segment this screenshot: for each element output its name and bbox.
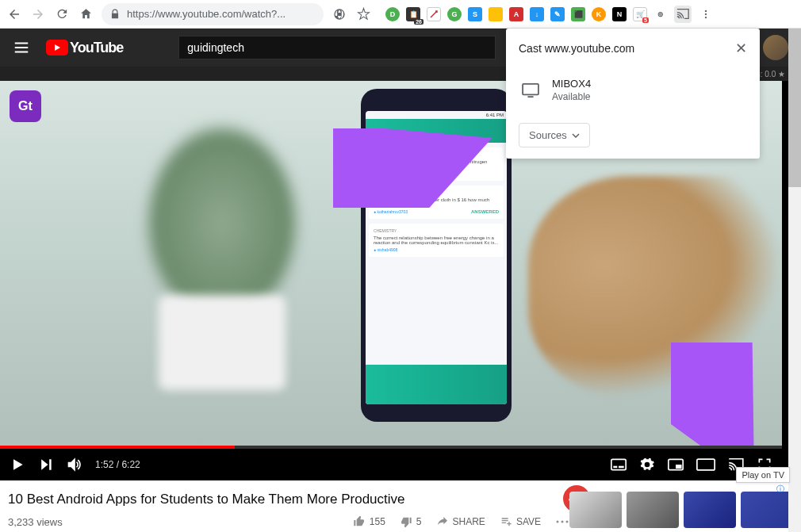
cast-close-icon[interactable]: ✕	[735, 40, 747, 57]
youtube-play-icon	[46, 40, 68, 55]
svg-rect-12	[523, 83, 538, 94]
settings-button[interactable]	[639, 457, 655, 473]
below-video-area: 10 Best Android Apps for Students to Mak…	[0, 480, 801, 532]
user-avatar[interactable]	[763, 35, 788, 60]
channel-badge: Gt	[10, 90, 41, 122]
scroll-thumb[interactable]	[788, 29, 801, 187]
star-icon[interactable]	[355, 6, 371, 22]
ext-icon[interactable]: ✎	[550, 7, 565, 21]
ext-icon[interactable]: ⊚	[653, 7, 668, 21]
browser-menu-icon[interactable]	[698, 6, 714, 22]
ext-icon[interactable]: ↓	[530, 7, 544, 21]
dislike-button[interactable]: 5	[400, 515, 422, 528]
more-button[interactable]	[555, 519, 569, 524]
ext-icon[interactable]	[427, 7, 441, 21]
play-button[interactable]	[10, 457, 25, 473]
view-count: 3,233 views	[8, 516, 63, 528]
ad-item[interactable]	[741, 492, 793, 528]
scrollbar[interactable]	[788, 29, 801, 532]
ext-icon[interactable]: N	[612, 7, 627, 21]
reload-button[interactable]	[54, 6, 70, 22]
progress-bar[interactable]	[0, 446, 782, 449]
time-display: 1:52 / 6:22	[95, 459, 140, 470]
phone-card: CHEMISTRY The ratio b/w the no.of ... on…	[369, 147, 504, 181]
like-button[interactable]: 155	[353, 515, 385, 528]
svg-rect-4	[613, 466, 617, 469]
phone-card: CHEMISTRY The correct relationship betwe…	[369, 224, 504, 257]
svg-point-2	[705, 16, 707, 17]
background-pot	[159, 295, 286, 390]
share-button[interactable]: SHARE	[436, 515, 485, 528]
ext-icon[interactable]: 📋26	[406, 7, 420, 21]
svg-point-11	[566, 521, 569, 523]
ext-icon[interactable]: G	[447, 7, 462, 21]
search-box	[178, 36, 496, 59]
cast-device-status: Available	[552, 91, 591, 102]
home-button[interactable]	[78, 6, 94, 22]
ext-icon[interactable]: ⬛	[571, 7, 585, 21]
youtube-logo[interactable]: YouTube	[46, 40, 123, 56]
cast-device[interactable]: MIBOX4 Available	[506, 68, 760, 112]
ext-icon[interactable]: K	[592, 7, 606, 21]
phone-mockup: 6:41 PM CHEMISTRY The ratio b/w the no.o…	[361, 89, 512, 422]
player-controls: 1:52 / 6:22	[0, 449, 782, 480]
phone-card: MATH In rupees 40.60 comes 2 meter cloth…	[369, 186, 504, 219]
ad-item[interactable]	[569, 492, 622, 528]
cast-sources-button[interactable]: Sources	[519, 123, 590, 147]
youtube-logo-text: YouTube	[70, 40, 123, 56]
cast-title: Cast www.youtube.com	[519, 42, 634, 55]
ext-icon[interactable]: 🛒5	[633, 7, 647, 21]
ext-icon[interactable]: A	[509, 7, 523, 21]
forward-button[interactable]	[30, 6, 46, 22]
ad-area: 40% ⓘ ✕	[569, 492, 793, 528]
volume-button[interactable]	[67, 457, 82, 473]
captions-button[interactable]	[611, 458, 627, 471]
lock-icon	[109, 9, 121, 20]
cast-popup: Cast www.youtube.com ✕ MIBOX4 Available …	[506, 29, 760, 159]
search-input[interactable]	[179, 36, 495, 59]
player-tooltip: Play on TV	[736, 467, 790, 483]
ad-item[interactable]	[684, 492, 736, 528]
ad-item[interactable]	[627, 492, 679, 528]
chevron-down-icon	[572, 133, 580, 138]
ext-icon[interactable]	[489, 7, 503, 21]
ext-icon[interactable]: S	[468, 7, 482, 21]
svg-point-10	[561, 521, 564, 523]
save-button[interactable]: SAVE	[500, 515, 541, 528]
translate-icon[interactable]	[332, 6, 347, 22]
hamburger-menu-icon[interactable]	[13, 39, 30, 56]
next-button[interactable]	[38, 457, 54, 473]
tv-icon	[522, 83, 539, 98]
hand	[528, 176, 782, 398]
cast-extension-icon[interactable]	[674, 6, 692, 23]
svg-rect-3	[611, 459, 626, 469]
extensions-area: D 📋26 G S A ↓ ✎ ⬛ K N 🛒5 ⊚	[385, 6, 714, 23]
svg-rect-8	[697, 459, 715, 470]
video-title: 10 Best Android Apps for Students to Mak…	[8, 492, 569, 507]
cast-device-name: MIBOX4	[552, 78, 591, 90]
svg-point-1	[705, 13, 707, 14]
back-button[interactable]	[6, 6, 22, 22]
ext-icon[interactable]: D	[385, 7, 400, 21]
svg-rect-7	[676, 465, 682, 469]
ad-info-icon[interactable]: ⓘ	[776, 484, 784, 495]
theater-button[interactable]	[696, 458, 715, 471]
miniplayer-button[interactable]	[668, 458, 684, 471]
url-text: https://www.youtube.com/watch?...	[127, 8, 286, 20]
browser-toolbar: https://www.youtube.com/watch?... D 📋26 …	[0, 0, 801, 29]
svg-point-0	[705, 10, 707, 11]
svg-rect-5	[619, 466, 624, 469]
address-bar[interactable]: https://www.youtube.com/watch?...	[102, 3, 324, 25]
svg-point-9	[557, 521, 559, 523]
phone-time: 6:41 PM	[366, 111, 507, 119]
